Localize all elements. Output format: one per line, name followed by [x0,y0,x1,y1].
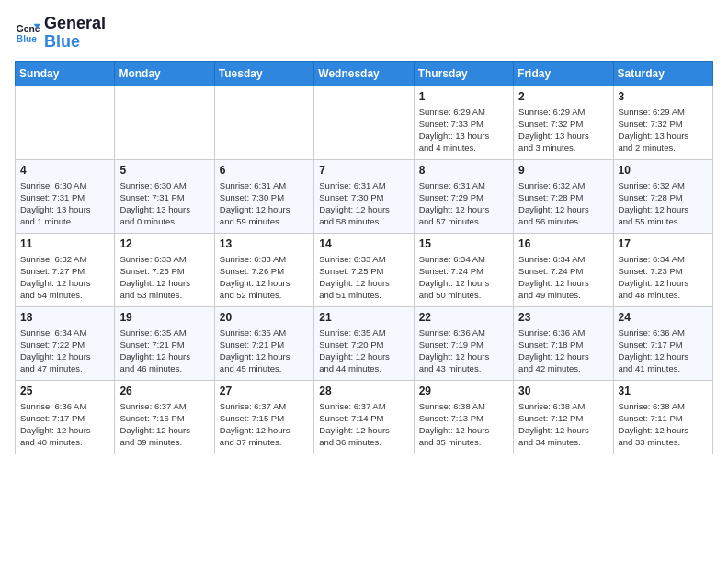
calendar-cell: 13Sunrise: 6:33 AM Sunset: 7:26 PM Dayli… [214,233,313,306]
day-number: 9 [518,164,608,177]
day-number: 3 [619,90,708,103]
calendar-cell [115,86,214,159]
calendar-cell: 29Sunrise: 6:38 AM Sunset: 7:13 PM Dayli… [414,380,513,454]
day-info: Sunrise: 6:29 AM Sunset: 7:32 PM Dayligh… [518,106,608,155]
day-number: 22 [419,311,508,324]
day-number: 31 [619,385,708,397]
calendar-cell: 8Sunrise: 6:31 AM Sunset: 7:29 PM Daylig… [414,159,513,233]
weekday-header-tuesday: Tuesday [214,61,313,86]
calendar-cell: 19Sunrise: 6:35 AM Sunset: 7:21 PM Dayli… [115,306,214,380]
day-number: 11 [20,237,109,250]
calendar-cell: 31Sunrise: 6:38 AM Sunset: 7:11 PM Dayli… [613,380,712,454]
day-info: Sunrise: 6:36 AM Sunset: 7:17 PM Dayligh… [20,400,109,449]
calendar-cell [314,86,414,159]
day-number: 13 [220,237,309,250]
day-info: Sunrise: 6:31 AM Sunset: 7:30 PM Dayligh… [319,179,408,228]
weekday-row: SundayMondayTuesdayWednesdayThursdayFrid… [16,61,713,86]
day-info: Sunrise: 6:37 AM Sunset: 7:14 PM Dayligh… [319,400,408,449]
calendar-header: SundayMondayTuesdayWednesdayThursdayFrid… [16,61,713,86]
day-info: Sunrise: 6:29 AM Sunset: 7:33 PM Dayligh… [419,106,508,155]
day-info: Sunrise: 6:32 AM Sunset: 7:28 PM Dayligh… [518,179,608,228]
day-number: 29 [419,385,508,397]
day-number: 4 [20,164,109,177]
day-number: 8 [419,164,508,177]
day-number: 1 [419,90,508,103]
calendar-cell: 27Sunrise: 6:37 AM Sunset: 7:15 PM Dayli… [214,380,313,454]
day-number: 7 [319,164,408,177]
day-info: Sunrise: 6:38 AM Sunset: 7:13 PM Dayligh… [419,400,508,449]
calendar-cell: 10Sunrise: 6:32 AM Sunset: 7:28 PM Dayli… [613,159,712,233]
calendar-cell: 18Sunrise: 6:34 AM Sunset: 7:22 PM Dayli… [16,306,115,380]
weekday-header-wednesday: Wednesday [314,61,414,86]
day-number: 20 [220,311,309,324]
calendar-cell: 11Sunrise: 6:32 AM Sunset: 7:27 PM Dayli… [16,233,115,306]
calendar-cell: 15Sunrise: 6:34 AM Sunset: 7:24 PM Dayli… [414,233,513,306]
calendar-cell: 12Sunrise: 6:33 AM Sunset: 7:26 PM Dayli… [115,233,214,306]
day-info: Sunrise: 6:32 AM Sunset: 7:28 PM Dayligh… [619,179,708,228]
week-row-5: 25Sunrise: 6:36 AM Sunset: 7:17 PM Dayli… [16,380,713,454]
day-number: 28 [319,385,408,397]
day-number: 16 [518,237,608,250]
logo-icon: General Blue [15,20,40,46]
day-info: Sunrise: 6:32 AM Sunset: 7:27 PM Dayligh… [20,253,109,302]
week-row-4: 18Sunrise: 6:34 AM Sunset: 7:22 PM Dayli… [16,306,713,380]
day-info: Sunrise: 6:35 AM Sunset: 7:21 PM Dayligh… [119,327,209,375]
calendar-cell: 7Sunrise: 6:31 AM Sunset: 7:30 PM Daylig… [314,159,414,233]
calendar-cell: 9Sunrise: 6:32 AM Sunset: 7:28 PM Daylig… [514,159,613,233]
calendar-cell: 2Sunrise: 6:29 AM Sunset: 7:32 PM Daylig… [514,86,613,159]
calendar-cell: 20Sunrise: 6:35 AM Sunset: 7:21 PM Dayli… [214,306,313,380]
week-row-2: 4Sunrise: 6:30 AM Sunset: 7:31 PM Daylig… [16,159,713,233]
day-info: Sunrise: 6:29 AM Sunset: 7:32 PM Dayligh… [619,106,708,155]
week-row-3: 11Sunrise: 6:32 AM Sunset: 7:27 PM Dayli… [16,233,713,306]
day-info: Sunrise: 6:34 AM Sunset: 7:24 PM Dayligh… [518,253,608,302]
calendar-cell: 28Sunrise: 6:37 AM Sunset: 7:14 PM Dayli… [314,380,414,454]
day-info: Sunrise: 6:33 AM Sunset: 7:25 PM Dayligh… [319,253,408,302]
day-info: Sunrise: 6:35 AM Sunset: 7:20 PM Dayligh… [319,327,408,375]
calendar-cell: 6Sunrise: 6:31 AM Sunset: 7:30 PM Daylig… [214,159,313,233]
day-info: Sunrise: 6:30 AM Sunset: 7:31 PM Dayligh… [119,179,209,228]
day-info: Sunrise: 6:37 AM Sunset: 7:15 PM Dayligh… [220,400,309,449]
day-info: Sunrise: 6:36 AM Sunset: 7:17 PM Dayligh… [619,327,708,375]
day-info: Sunrise: 6:37 AM Sunset: 7:16 PM Dayligh… [119,400,209,449]
calendar-cell: 22Sunrise: 6:36 AM Sunset: 7:19 PM Dayli… [414,306,513,380]
day-number: 24 [619,311,708,324]
day-info: Sunrise: 6:38 AM Sunset: 7:11 PM Dayligh… [619,400,708,449]
day-number: 27 [220,385,309,397]
weekday-header-saturday: Saturday [613,61,712,86]
calendar-cell: 16Sunrise: 6:34 AM Sunset: 7:24 PM Dayli… [514,233,613,306]
day-number: 14 [319,237,408,250]
calendar-body: 1Sunrise: 6:29 AM Sunset: 7:33 PM Daylig… [16,86,713,454]
day-info: Sunrise: 6:34 AM Sunset: 7:23 PM Dayligh… [619,253,708,302]
day-number: 19 [119,311,209,324]
calendar-cell: 3Sunrise: 6:29 AM Sunset: 7:32 PM Daylig… [613,86,712,159]
day-number: 21 [319,311,408,324]
day-info: Sunrise: 6:36 AM Sunset: 7:18 PM Dayligh… [518,327,608,375]
logo-text: GeneralBlue [44,15,106,52]
day-info: Sunrise: 6:34 AM Sunset: 7:22 PM Dayligh… [20,327,109,375]
day-info: Sunrise: 6:36 AM Sunset: 7:19 PM Dayligh… [419,327,508,375]
calendar-cell: 23Sunrise: 6:36 AM Sunset: 7:18 PM Dayli… [514,306,613,380]
day-info: Sunrise: 6:33 AM Sunset: 7:26 PM Dayligh… [119,253,209,302]
day-number: 5 [119,164,209,177]
week-row-1: 1Sunrise: 6:29 AM Sunset: 7:33 PM Daylig… [16,86,713,159]
day-number: 6 [220,164,309,177]
weekday-header-sunday: Sunday [16,61,115,86]
logo: General Blue GeneralBlue [15,15,106,52]
day-number: 25 [20,385,109,397]
day-info: Sunrise: 6:30 AM Sunset: 7:31 PM Dayligh… [20,179,109,228]
calendar-cell: 26Sunrise: 6:37 AM Sunset: 7:16 PM Dayli… [115,380,214,454]
day-info: Sunrise: 6:31 AM Sunset: 7:30 PM Dayligh… [220,179,309,228]
calendar-table: SundayMondayTuesdayWednesdayThursdayFrid… [15,61,713,454]
page-header: General Blue GeneralBlue [15,15,713,52]
day-info: Sunrise: 6:31 AM Sunset: 7:29 PM Dayligh… [419,179,508,228]
day-info: Sunrise: 6:33 AM Sunset: 7:26 PM Dayligh… [220,253,309,302]
calendar-cell: 30Sunrise: 6:38 AM Sunset: 7:12 PM Dayli… [514,380,613,454]
weekday-header-thursday: Thursday [414,61,513,86]
calendar-cell: 1Sunrise: 6:29 AM Sunset: 7:33 PM Daylig… [414,86,513,159]
calendar-cell: 21Sunrise: 6:35 AM Sunset: 7:20 PM Dayli… [314,306,414,380]
svg-text:Blue: Blue [17,34,38,44]
day-number: 26 [119,385,209,397]
day-number: 2 [518,90,608,103]
calendar-cell: 5Sunrise: 6:30 AM Sunset: 7:31 PM Daylig… [115,159,214,233]
day-number: 10 [619,164,708,177]
